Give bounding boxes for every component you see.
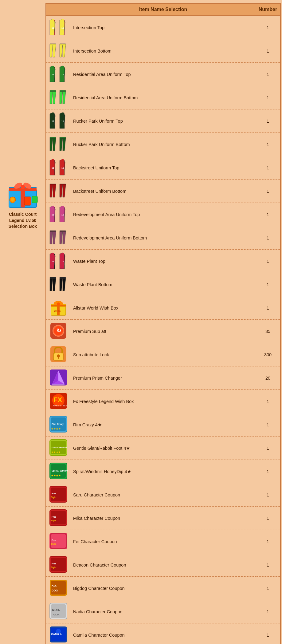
svg-text:FX: FX [53, 396, 62, 404]
item-name: Redevelopment Area Uniform Bottom [71, 226, 256, 250]
item-name: Residential Area Uniform Bottom [71, 86, 256, 109]
item-name: Nadia Character Coupon [71, 600, 256, 623]
item-icon-cell: 11 11 [46, 250, 71, 273]
item-number: 1 [256, 203, 280, 226]
table-row: 11 11 Waste Plant Top1 [46, 250, 280, 273]
item-name: Fei Character Coupon [71, 530, 256, 553]
svg-rect-27 [52, 66, 54, 68]
item-icon-cell [46, 366, 71, 390]
item-icon-cell [46, 180, 71, 203]
svg-marker-93 [60, 279, 63, 291]
item-icon-cell: Free Style [46, 553, 71, 577]
item-number: 1 [256, 390, 280, 413]
number-col-header: Number [256, 4, 280, 16]
svg-text:Free: Free [52, 516, 56, 518]
svg-marker-62 [50, 185, 53, 197]
svg-rect-16 [61, 19, 64, 21]
svg-rect-78 [60, 231, 66, 232]
item-number: 1 [256, 437, 280, 460]
item-name: Mika Character Coupon [71, 507, 256, 530]
item-number: 20 [256, 366, 280, 390]
item-number: 1 [256, 483, 280, 507]
svg-marker-80 [63, 232, 66, 244]
svg-text:Style: Style [51, 566, 56, 569]
svg-text:Spiral/
Windml: Spiral/ Windml [52, 469, 68, 472]
svg-point-6 [21, 185, 25, 189]
item-name: Gentle Giant/Rabbit Foot 4★ [71, 437, 256, 460]
table-row: Residential Area Uniform Bottom1 [46, 86, 280, 109]
table-container: Item Name Selection Number 11 11 Interse… [45, 3, 281, 644]
svg-text:11: 11 [52, 214, 54, 216]
item-icon-cell: ↻ [46, 320, 71, 343]
svg-marker-20 [50, 45, 53, 57]
item-number: 1 [256, 180, 280, 203]
svg-rect-58 [61, 159, 64, 161]
table-row: CAMILA Camila Character Coupon1 [46, 623, 280, 644]
svg-text:WISH: WISH [54, 310, 61, 313]
item-name: Fx Freestyle Legend Wish Box [71, 390, 256, 413]
svg-text:Free: Free [52, 563, 56, 565]
svg-rect-64 [60, 184, 66, 185]
svg-text:CAMILA: CAMILA [51, 633, 62, 636]
svg-marker-24 [63, 45, 66, 57]
item-icon-cell: Spiral/ Windml ★★★★ [46, 460, 71, 483]
table-row: Free Style Deacon Character Coupon1 [46, 553, 280, 577]
item-icon-cell [46, 39, 71, 63]
item-number: 1 [256, 553, 280, 577]
table-row: NDIA NADIA Nadia Character Coupon1 [46, 600, 280, 623]
item-name: Waste Plant Top [71, 250, 256, 273]
item-icon-cell: NDIA NADIA [46, 600, 71, 623]
svg-rect-89 [50, 277, 56, 279]
table-row: Backstreet Uniform Bottom1 [46, 180, 280, 203]
svg-rect-86 [61, 253, 64, 255]
item-icon-cell: Giant/ Rabbit ★★★★ [46, 437, 71, 460]
item-name: Saru Character Coupon [71, 483, 256, 507]
item-number: 1 [256, 226, 280, 250]
svg-marker-79 [60, 232, 63, 244]
svg-text:BIG: BIG [52, 585, 57, 588]
item-name: Allstar World Wish Box [71, 296, 256, 320]
svg-marker-90 [50, 279, 53, 291]
item-icon-cell: Rim Crazy ★★★★ [46, 413, 71, 437]
svg-text:↻: ↻ [57, 328, 61, 334]
left-sidebar: Classic Court Legend Lv.50 Selection Box [0, 3, 45, 644]
svg-marker-21 [53, 45, 56, 57]
item-name: Backstreet Uniform Top [71, 156, 256, 180]
item-number: 1 [256, 273, 280, 296]
svg-point-101 [57, 302, 60, 306]
svg-text:Giant/
Rabbit: Giant/ Rabbit [52, 446, 67, 449]
table-row: Rucker Park Uniform Bottom1 [46, 133, 280, 156]
box-label: Classic Court Legend Lv.50 Selection Box [9, 211, 37, 230]
table-row: Rim Crazy ★★★★ Rim Crazy 4★1 [46, 413, 280, 437]
svg-marker-94 [63, 279, 66, 291]
item-number: 1 [256, 250, 280, 273]
svg-text:11: 11 [61, 27, 64, 29]
svg-rect-36 [60, 90, 66, 92]
svg-rect-10 [32, 196, 37, 203]
svg-marker-63 [53, 185, 56, 197]
table-header: Item Name Selection Number [46, 4, 280, 16]
table-row: FX FREESTYLE Fx Freestyle Legend Wish Bo… [46, 390, 280, 413]
item-icon-cell [46, 133, 71, 156]
item-name: Intersection Bottom [71, 39, 256, 63]
table-row: Free Style Saru Character Coupon1 [46, 483, 280, 507]
table-row: 11 11 Redevelopment Area Uniform Top1 [46, 203, 280, 226]
item-icon-cell: Free Style [46, 483, 71, 507]
item-icon-cell: 11 11 [46, 63, 71, 86]
svg-rect-33 [50, 90, 56, 92]
item-number: 300 [256, 343, 280, 366]
svg-text:NDIA: NDIA [52, 608, 60, 612]
item-name: Intersection Top [71, 16, 256, 39]
svg-text:Style: Style [51, 520, 56, 522]
svg-text:11: 11 [61, 214, 64, 216]
item-name: Camila Character Coupon [71, 623, 256, 644]
item-icon-cell: 11 11 [46, 109, 71, 133]
item-icon-cell: 11 11 [46, 203, 71, 226]
item-icon-cell [46, 343, 71, 366]
item-number: 35 [256, 320, 280, 343]
item-icon-cell: FX FREESTYLE [46, 390, 71, 413]
table-row: Redevelopment Area Uniform Bottom1 [46, 226, 280, 250]
item-name: Premium Sub att [71, 320, 256, 343]
svg-text:11: 11 [61, 260, 64, 263]
item-icon-cell: Free Style [46, 507, 71, 530]
